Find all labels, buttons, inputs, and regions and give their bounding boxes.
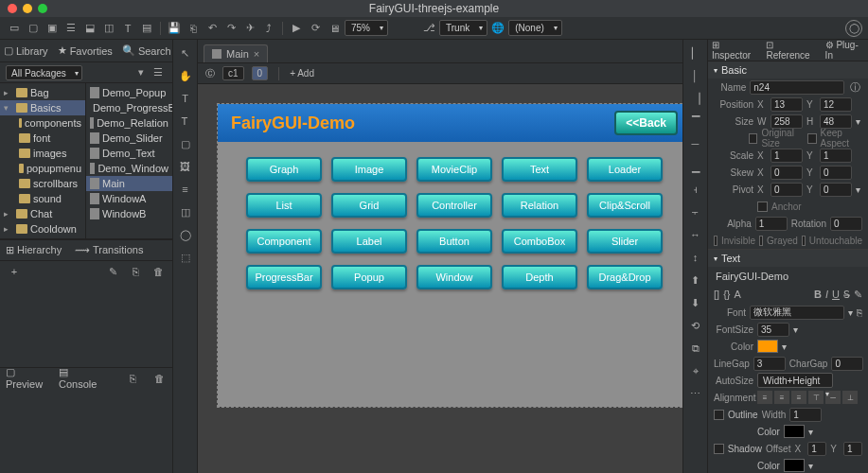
tab-preview[interactable]: ▢ Preview [6,366,45,390]
underline-icon[interactable]: U [832,289,840,301]
delete-icon[interactable]: 🗑 [150,263,167,280]
tab-plugin[interactable]: ⚙ Plug-In [825,40,864,61]
tab-transitions[interactable]: ⟿ Transitions [75,244,143,256]
shadow-y-input[interactable] [843,442,862,456]
tab-console[interactable]: ▤ Console [59,366,99,390]
align-left-icon[interactable]: ▏ [686,44,705,62]
zoom-selector[interactable]: 75% [345,20,388,36]
new-graph-icon[interactable]: ◫ [100,20,117,37]
tab-reference[interactable]: ⊡ Reference [766,40,817,61]
document-tab-main[interactable]: Main × [204,44,268,62]
font-picker-icon[interactable]: ▾ [848,307,853,318]
file-demo-window[interactable]: Demo_Window [86,161,172,176]
valign-top-icon[interactable]: ⊤ [808,391,824,404]
shadow-color-dropdown-icon[interactable]: ▾ [808,461,813,471]
file-demo-text[interactable]: Demo_Text [86,146,172,161]
demo-button-window[interactable]: Window [416,265,492,289]
rotation-input[interactable] [830,217,862,231]
shadow-color-swatch[interactable] [784,459,805,472]
demo-button-graph[interactable]: Graph [246,157,322,182]
pivot-dropdown-icon[interactable]: ▾ [856,184,860,195]
demo-button-component[interactable]: Component [246,229,322,254]
folder-images[interactable]: images [0,146,85,161]
file-main[interactable]: Main [86,176,172,191]
new-text-icon[interactable]: T [119,20,136,37]
align-center-h-icon[interactable]: │ [686,66,705,85]
graph-tool-icon[interactable]: ◯ [176,225,195,244]
artboard[interactable]: FairyGUI-Demo <<Back GraphImageMovieClip… [218,104,682,407]
replace-icon[interactable]: ⟲ [686,316,705,335]
platform-icon[interactable]: 🖥 [326,20,343,37]
publish-icon[interactable]: ✈ [241,20,258,37]
preview-copy-icon[interactable]: ⎘ [126,370,139,387]
demo-button-slider[interactable]: Slider [587,229,663,254]
pkg-basics[interactable]: ▾Basics [0,100,85,115]
name-input[interactable] [750,80,844,95]
invisible-checkbox[interactable] [714,236,717,246]
font-input[interactable] [750,306,844,320]
pkg-chat[interactable]: ▸Chat [0,206,85,221]
demo-button-relation[interactable]: Relation [502,193,577,218]
info-icon[interactable]: ⓘ [848,79,862,96]
text-curly-icon[interactable]: {} [723,289,730,301]
halign-left-icon[interactable]: ≡ [757,391,772,404]
chargap-input[interactable] [831,357,863,371]
new-loader-icon[interactable]: ⬓ [81,20,98,37]
demo-button-text[interactable]: Text [502,157,577,182]
align-bottom-icon[interactable]: ▁ [686,157,705,176]
refresh-icon[interactable]: ⟳ [307,20,324,37]
untouchable-checkbox[interactable] [802,236,806,246]
align-middle-icon[interactable]: ─ [686,134,705,153]
pivot-x-input[interactable] [771,183,803,197]
align-right-icon[interactable]: ▕ [686,89,705,108]
alpha-input[interactable] [755,217,788,231]
demo-button-image[interactable]: Image [331,157,407,182]
tab-hierarchy[interactable]: ⊞ Hierarchy [6,244,62,256]
save-icon[interactable]: 💾 [166,20,183,37]
scale-x-input[interactable] [771,149,803,163]
tab-favorites[interactable]: ★ Favorties [58,44,113,57]
fontsize-input[interactable] [757,323,789,337]
tab-inspector[interactable]: ⊞ Inspector [712,40,758,61]
linegap-input[interactable] [753,357,786,371]
originalsize-checkbox[interactable] [749,133,757,144]
demo-button-popup[interactable]: Popup [331,265,407,289]
send-back-icon[interactable]: ⬇ [686,293,705,312]
bring-front-icon[interactable]: ⬆ [686,271,705,289]
strike-icon[interactable]: S̶ [843,289,850,301]
misc-tool-icon[interactable]: ⋯ [686,384,705,403]
new-comp-icon[interactable]: ▢ [25,20,42,37]
folder-components[interactable]: components [0,115,85,131]
redo-icon[interactable]: ↷ [222,20,239,37]
distribute-v-icon[interactable]: ⫟ [686,202,705,221]
controller-indicator[interactable]: Ⓒ [205,67,215,80]
italic-icon[interactable]: I [825,289,828,301]
play-icon[interactable]: ▶ [288,20,305,37]
same-width-icon[interactable]: ↔ [686,225,705,244]
new-movieclip-icon[interactable]: ▤ [138,20,155,37]
fontsize-dropdown-icon[interactable]: ▾ [793,324,798,335]
new-list-icon[interactable]: ☰ [62,20,80,37]
folder-popupmenu[interactable]: popupmenu [0,161,85,176]
distribute-h-icon[interactable]: ⫞ [686,180,705,199]
shadow-x-input[interactable] [807,442,826,456]
halign-center-icon[interactable]: ≡ [774,391,789,404]
demo-button-label[interactable]: Label [331,229,407,254]
controller-page[interactable]: 0 [252,66,269,80]
rich-text-tool-icon[interactable]: Ꭲ [176,112,195,131]
color-swatch[interactable] [757,340,778,353]
folder-font[interactable]: font [0,131,85,146]
grayed-checkbox[interactable] [759,236,763,246]
clear-icon[interactable]: ✎ [854,289,862,301]
autosize-select[interactable]: Width+Height [757,373,833,388]
outline-color-swatch[interactable] [784,425,805,438]
pivot-y-input[interactable] [820,183,852,197]
bold-icon[interactable]: B [814,289,822,301]
file-windowb[interactable]: WindowB [86,206,172,221]
add-controller-button[interactable]: + Add [290,68,314,79]
keepaspect-checkbox[interactable] [807,133,816,144]
valign-bottom-icon[interactable]: ⊥ [842,391,858,404]
pos-x-input[interactable] [771,97,803,112]
preview-clear-icon[interactable]: 🗑 [153,370,167,387]
back-button[interactable]: <<Back [614,111,678,135]
